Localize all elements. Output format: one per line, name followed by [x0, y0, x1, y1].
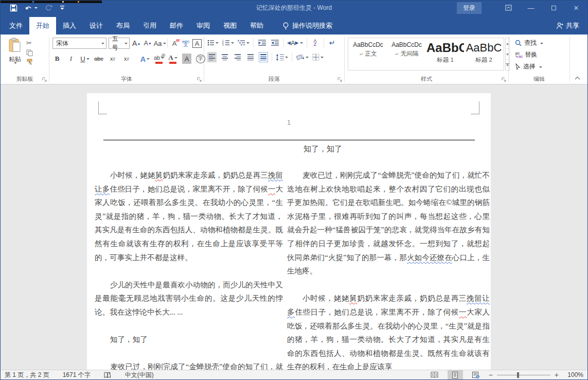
print-layout-button[interactable]	[448, 370, 463, 379]
styles-dialog-launcher[interactable]	[502, 77, 507, 82]
tab-design[interactable]: 设计	[83, 17, 110, 34]
maximize-button[interactable]	[542, 1, 565, 15]
paragraph: 知了，知了	[95, 333, 283, 347]
character-shading-button[interactable]: A	[182, 54, 191, 64]
clipboard-group: 粘贴 ✂ 剪贴板	[1, 34, 49, 84]
replace-button[interactable]: ab↳ac 替换	[515, 49, 567, 60]
text-effects-button[interactable]: A	[140, 54, 150, 64]
font-name-combobox[interactable]: 宋体	[52, 38, 106, 49]
find-button[interactable]: 查找	[515, 38, 567, 48]
change-case-button[interactable]: Aa	[154, 38, 165, 48]
justify-button[interactable]	[246, 52, 255, 62]
highlight-color-button[interactable]: ab	[154, 54, 164, 64]
tell-me-search[interactable]: 操作说明搜索	[277, 17, 337, 34]
undo-button[interactable]	[25, 4, 38, 11]
share-button[interactable]: 共享	[548, 17, 587, 34]
editing-group-label: 编辑	[509, 75, 569, 83]
format-painter-icon[interactable]	[26, 59, 33, 65]
zoom-out-button[interactable]: −	[489, 371, 493, 379]
close-button[interactable]: ✕	[565, 1, 587, 15]
zoom-in-button[interactable]: +	[555, 371, 559, 379]
paste-button[interactable]: 粘贴	[4, 38, 26, 71]
asian-layout-button[interactable]: ◀A▶	[287, 38, 303, 48]
multilevel-list-button[interactable]	[238, 38, 250, 48]
numbering-button[interactable]: 123	[222, 38, 234, 48]
italic-button[interactable]: I	[66, 54, 76, 64]
align-left-button[interactable]	[207, 52, 217, 62]
status-bar: 第 1 页，共 2 页 1671 个字 中文(中国) − + 100%	[1, 370, 587, 379]
clipboard-dialog-launcher[interactable]	[42, 77, 47, 82]
borders-button[interactable]	[312, 52, 324, 62]
style-heading1[interactable]: AaBbC 标题 1	[426, 40, 464, 68]
font-color-button[interactable]: A	[168, 54, 177, 64]
clear-formatting-button[interactable]: A	[170, 38, 179, 48]
distributed-button[interactable]	[259, 52, 268, 62]
bullets-button[interactable]	[207, 38, 219, 48]
word-count[interactable]: 1671 个字	[63, 371, 91, 379]
paragraph: 麦收已过，刚刚完成了“金蝉脱壳”使命的知了们，就忙不迭地在树上欢快地歌唱起来，整…	[287, 168, 490, 278]
collapse-ribbon-button[interactable]	[575, 76, 580, 80]
cut-icon[interactable]: ✂	[26, 39, 33, 47]
line-spacing-button[interactable]	[276, 52, 288, 62]
tab-help[interactable]: 帮助	[243, 17, 270, 34]
decrease-indent-button[interactable]	[257, 38, 266, 48]
superscript-button[interactable]: x2	[122, 54, 131, 64]
zoom-slider-knob[interactable]	[517, 372, 519, 378]
save-icon[interactable]	[10, 4, 17, 12]
sign-in-button[interactable]: 登录	[457, 2, 482, 14]
tab-file[interactable]: 文件	[3, 17, 29, 34]
align-right-button[interactable]	[233, 52, 242, 62]
shrink-font-button[interactable]: A▼	[143, 38, 152, 48]
character-border-button[interactable]: A	[192, 39, 202, 48]
web-layout-button[interactable]	[468, 370, 484, 379]
copy-icon[interactable]	[26, 49, 33, 56]
ribbon-display-options-button[interactable]	[497, 1, 520, 15]
strikethrough-button[interactable]: abc	[94, 54, 103, 64]
proofing-icon[interactable]	[104, 372, 112, 378]
zoom-slider[interactable]	[497, 375, 550, 375]
tab-layout[interactable]: 布局	[110, 17, 136, 34]
styles-group-label: 样式	[345, 75, 508, 83]
show-marks-button[interactable]: ↵	[328, 38, 337, 48]
read-mode-button[interactable]	[427, 370, 442, 379]
tab-home[interactable]: 开始	[29, 17, 56, 34]
document-page[interactable]: 1 知了，知了 小时候，姥姥舅奶奶来家走亲戚，奶奶总是再三挽留让多住些日子，她们…	[87, 93, 491, 371]
paste-dropdown-caret	[14, 62, 17, 73]
page-info[interactable]: 第 1 页，共 2 页	[5, 371, 49, 379]
align-center-button[interactable]	[220, 52, 229, 62]
increase-indent-button[interactable]	[270, 38, 279, 48]
select-button[interactable]: 选择	[515, 61, 567, 72]
style-no-spacing[interactable]: AaBbCcDc ↵ 无间隔	[388, 40, 425, 68]
paragraph-dialog-launcher[interactable]	[337, 77, 343, 82]
grow-font-button[interactable]: A▲	[132, 38, 141, 48]
tab-review[interactable]: 审阅	[190, 17, 217, 34]
quick-access-toolbar	[1, 4, 65, 12]
minimize-button[interactable]: —	[520, 1, 542, 15]
style-heading2[interactable]: AaBbC 标题 2	[465, 40, 503, 68]
replace-icon: ab↳ac	[515, 52, 522, 58]
font-dialog-launcher[interactable]	[197, 77, 202, 82]
style-normal[interactable]: AaBbCcDc ↵ 正文	[349, 40, 387, 68]
language-indicator[interactable]: 中文(中国)	[125, 371, 154, 379]
zoom-control: − +	[489, 371, 559, 379]
document-section-title: 知了，知了	[304, 144, 342, 154]
customize-qat-button[interactable]	[60, 5, 65, 10]
bold-button[interactable]: B	[52, 54, 62, 64]
paste-clipboard-icon	[8, 38, 22, 53]
sort-button[interactable]: AZ	[311, 38, 320, 48]
font-size-combobox[interactable]: 五号	[109, 38, 130, 49]
subscript-button[interactable]: x2	[108, 54, 117, 64]
tab-insert[interactable]: 插入	[56, 17, 83, 34]
tab-references[interactable]: 引用	[136, 17, 163, 34]
shading-button[interactable]	[296, 52, 309, 62]
tab-view[interactable]: 视图	[217, 17, 243, 34]
paragraph: 小时候，姥姥舅奶奶来家走亲戚，奶奶总是再三挽留让多住些日子，她们总是说，家里离不…	[287, 291, 490, 371]
ribbon: 粘贴 ✂ 剪贴板	[1, 34, 587, 84]
tab-mailings[interactable]: 邮件	[163, 17, 190, 34]
search-icon	[515, 40, 522, 46]
font-group-label: 字体	[49, 75, 204, 83]
paragraph-group-label: 段落	[204, 75, 344, 83]
phonetic-guide-button[interactable]: wén 文	[181, 38, 190, 48]
zoom-level[interactable]: 100%	[564, 371, 583, 378]
underline-button[interactable]: U	[80, 54, 90, 64]
